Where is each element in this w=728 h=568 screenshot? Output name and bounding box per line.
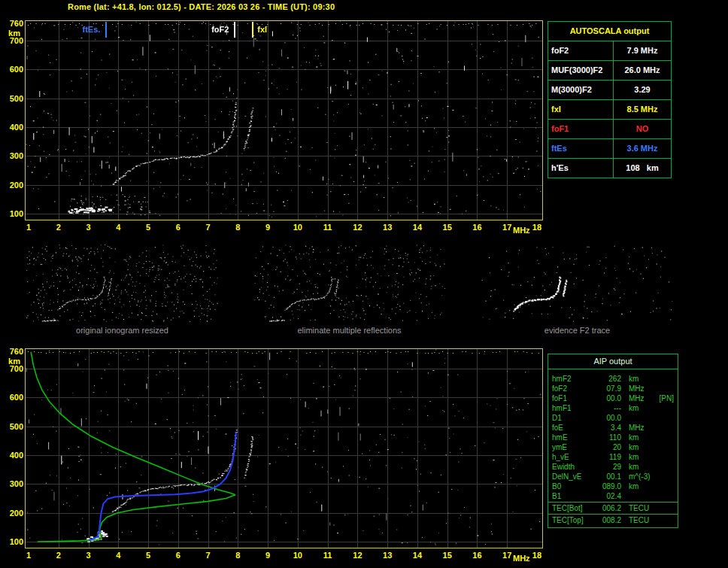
aip-row-fof2: foF207.9MHz [548,384,678,393]
autoscala-row-h-es: h'Es108 km [548,159,671,178]
aip-row-foe: foE3.4MHz [548,423,678,433]
aip-row-hmf2: hmF2262km [548,374,678,384]
x-tick-label: 12 [350,223,365,232]
x-tick-label: 2 [51,551,66,560]
aip-row-value: 262 [596,374,621,384]
aip-row-ewidth: Ewidth29km [548,462,678,472]
thumbnail-f2-trace [481,245,673,322]
aip-row-yme: ymE20km [548,442,678,452]
autoscala-row-muf-3000-f2: MUF(3000)F226.0 MHz [548,61,671,80]
aip-row-value: 00.0 [596,393,621,403]
aip-row-label: foE [548,423,596,433]
aip-row-label: hmE [548,433,596,442]
aip-row-label: D1 [548,413,596,423]
y-tick-label: 300 [2,479,23,488]
y-axis-top-label: 760 [2,347,23,356]
x-tick-label: 14 [410,223,425,232]
x-tick-label: 1 [21,551,36,560]
aip-row-value: 00.1 [596,472,621,481]
aip-row-unit: km [621,442,639,452]
x-tick-label: 1 [21,223,36,232]
aip-row-label: foF2 [548,384,596,393]
y-tick-label: 200 [2,181,23,190]
aip-row-unit: MHz [621,423,645,433]
aip-row-label: h_vE [548,452,596,462]
autoscala-row-fof1: foF1NO [548,120,671,139]
x-tick-label: 7 [201,223,216,232]
y-tick-label: 100 [2,537,23,546]
autoscala-output-panel: AUTOSCALA output foF27.9 MHzMUF(3000)F22… [548,21,672,178]
autoscala-row-label: M(3000)F2 [548,80,614,99]
x-tick-label: 8 [230,551,245,560]
marker-line-ftes [105,22,107,38]
x-tick-label: 2 [51,223,66,232]
aip-row-unit: TECU [621,515,649,525]
x-tick-label: 8 [230,223,245,232]
y-tick-label: 700 [2,36,23,45]
aip-row-d1: D100.0 [548,413,678,423]
x-tick-label: 7 [201,551,216,560]
aip-row-tec-top: TEC[Top]008.2TECU [548,515,678,525]
y-tick-label: 200 [2,509,23,518]
aip-row-fof1: foF100.0MHz[PN] [548,393,678,403]
aip-row-label: B1 [548,491,596,501]
autoscala-row-label: foF2 [548,41,614,60]
x-tick-label: 6 [171,223,186,232]
aip-row-label: hmF1 [548,403,596,413]
aip-row-label: foF1 [548,393,596,403]
aip-row-label: TEC[Bot] [548,503,596,513]
x-tick-label: 4 [111,223,126,232]
aip-output-panel: AIP output hmF2262kmfoF207.9MHzfoF100.0M… [548,354,678,528]
aip-row-value: 008.2 [596,515,621,525]
aip-row-value: 3.4 [596,423,621,433]
autoscala-row-label: fxI [548,100,614,119]
aip-row-unit [621,491,629,501]
profile-ionogram-plot [25,348,543,548]
x-tick-label: 11 [320,551,335,560]
main-ionogram-canvas [26,21,542,220]
aip-row-label: TEC[Top] [548,515,596,525]
profile-ionogram-canvas [26,349,542,548]
autoscala-application-window: Rome (lat: +41.8, lon: 012.5) - DATE: 20… [0,0,728,568]
x-tick-label: 9 [260,551,275,560]
autoscala-row-value: 8.5 MHz [614,100,671,119]
x-tick-label: 13 [380,223,395,232]
x-tick-label: 4 [111,551,126,560]
aip-row-deln-ve: DelN_vE00.1m^(-3) [548,472,678,481]
aip-row-value: 119 [596,452,621,462]
thumbnail-caption-original: original ionogram resized [26,326,218,335]
aip-output-title: AIP output [548,354,678,369]
autoscala-row-value: 7.9 MHz [614,41,671,60]
x-tick-label: 15 [440,223,455,232]
autoscala-row-ftes: ftEs3.6 MHz [548,139,671,159]
autoscala-row-fxi: fxI8.5 MHz [548,100,671,120]
x-axis-unit-label: MHz [513,554,530,563]
marker-line-fof2 [234,22,235,38]
y-tick-label: 300 [2,151,23,160]
aip-row-label: B0 [548,481,596,491]
x-tick-label: 10 [290,223,305,232]
x-tick-label: 13 [380,551,395,560]
aip-row-flag: [PN] [660,393,678,403]
aip-row-value: 089.0 [596,481,621,491]
x-tick-label: 5 [141,223,156,232]
autoscala-row-value: 3.29 [614,80,671,99]
station-date-time-title: Rome (lat: +41.8, lon: 012.5) - DATE: 20… [68,2,335,11]
y-tick-label: 500 [2,94,23,103]
autoscala-output-title: AUTOSCALA output [548,22,671,41]
aip-row-b1: B102.4 [548,491,678,501]
autoscala-row-label: foF1 [548,120,614,138]
x-tick-label: 3 [81,223,96,232]
autoscala-row-value: NO [614,120,671,138]
x-tick-label: 3 [81,551,96,560]
autoscala-row-fof2: foF27.9 MHz [548,41,671,61]
y-tick-label: 600 [2,393,23,402]
aip-row-unit: km [621,452,639,462]
x-tick-label: 11 [320,223,335,232]
autoscala-row-value: 3.6 MHz [614,139,671,158]
autoscala-row-value: 26.0 MHz [614,61,671,80]
x-axis-unit-label: MHz [513,226,530,235]
aip-row-value: 29 [596,462,621,472]
y-tick-label: 700 [2,364,23,373]
aip-row-value: 110 [596,433,621,442]
